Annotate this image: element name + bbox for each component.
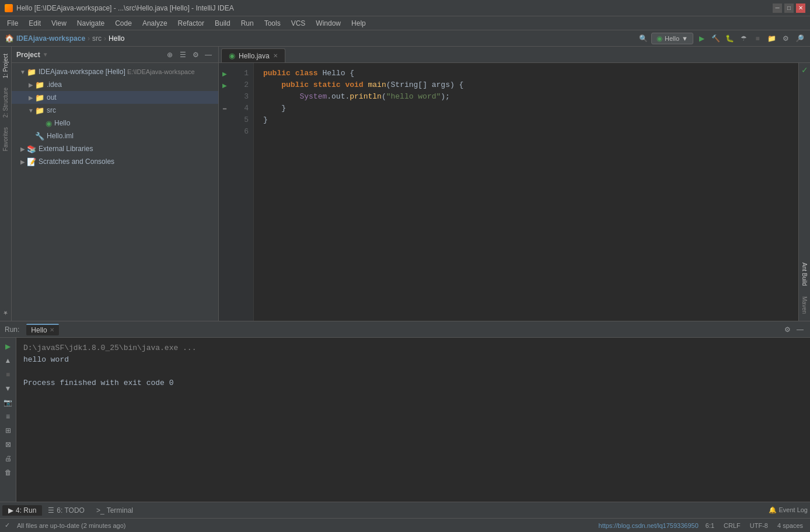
right-tab-ant[interactable]: Ant Build [799,258,809,290]
tree-item-src[interactable]: ▼ 📁 src [12,104,218,117]
collapse-all-button[interactable]: ☰ [177,50,188,60]
status-bar: ✓ All files are up-to-date (2 minutes ag… [0,518,810,532]
sidebar-vtab-project[interactable]: 1: Project [1,49,11,83]
window-controls[interactable]: ─ □ ✕ [773,4,805,13]
run-again-button[interactable]: ▶ [2,340,15,353]
coverage-button[interactable]: ☂ [738,33,749,44]
line-num-4: 4 [231,103,253,114]
tree-item-hello-java[interactable]: ▶ ◉ Hello [12,117,218,130]
tree-item-out[interactable]: ▶ 📁 out [12,91,218,104]
window-title: Hello [E:\IDEAjava-workspace] - ...\src\… [16,4,234,12]
gutter-cell-1[interactable]: ▶ [219,68,231,79]
run-console: ▶ ▲ ■ ▼ 📷 ≡ ⊞ ⊠ 🖨 🗑 D:\javaSF\jdk1.8.0_2… [0,338,810,502]
restore-layout-button[interactable]: ⊞ [2,424,15,437]
menu-view[interactable]: View [47,18,71,29]
run-configuration[interactable]: ◉ Hello ▼ [651,33,693,44]
hide-bottom-button[interactable]: — [795,324,805,335]
tree-label-workspace-path: E:\IDEAjava-workspace [127,68,195,75]
editor-tab-hello[interactable]: ◉ Hello.java ✕ [221,48,285,62]
scroll-down-button[interactable]: ▼ [2,382,15,395]
tree-arrow-idea: ▶ [27,82,35,88]
status-message: All files are up-to-date (2 minutes ago) [17,522,125,529]
encoding-indicator[interactable]: UTF-8 [748,522,770,529]
filter-button[interactable]: ⊠ [2,438,15,451]
footer-tab-run[interactable]: ▶ 4: Run [2,505,42,516]
menu-help[interactable]: Help [347,18,371,29]
settings-button[interactable]: ⚙ [780,33,791,44]
tree-item-idea[interactable]: ▶ 📁 .idea [12,78,218,91]
menu-analyze[interactable]: Analyze [138,18,172,29]
bottom-tab-close[interactable]: ✕ [50,327,54,333]
settings-tool-icon[interactable]: ⚙ [782,324,792,335]
tree-label-workspace: IDEAjava-workspace [Hello] [39,68,127,76]
search-everywhere-icon[interactable]: 🔍 [637,33,649,44]
line-ending-indicator[interactable]: CRLF [721,522,743,529]
tree-arrow-out: ▶ [27,94,35,101]
main-area: 1: Project 2: Structure Favorites ★ Proj… [0,47,810,321]
breadcrumb-src[interactable]: src [92,34,102,43]
sidebar-vtab-pin[interactable]: ★ [1,305,11,321]
run-config-arrow: ▼ [682,35,688,42]
hide-panel-button[interactable]: — [203,50,214,60]
console-output-blank [23,366,803,377]
clear-button[interactable]: 🗑 [2,466,15,479]
gear-icon[interactable]: ⚙ [190,50,201,60]
tree-arrow-workspace: ▼ [19,69,27,75]
console-output[interactable]: D:\javaSF\jdk1.8.0_25\bin\java.exe ... h… [16,338,810,502]
menu-run[interactable]: Run [236,18,259,29]
run-button[interactable]: ▶ [696,33,707,44]
bottom-tab-hello[interactable]: Hello ✕ [26,324,58,335]
locate-file-button[interactable]: ⊕ [165,50,175,60]
gutter-cell-4[interactable]: ━ [219,103,231,114]
menu-build[interactable]: Build [210,18,235,29]
tree-item-hello-iml[interactable]: ▶ 🔧 Hello.iml [12,130,218,142]
csdn-link[interactable]: https://blog.csdn.net/lq1759336950 [599,522,699,529]
checkmark-icon: ✓ [801,65,808,75]
indent-indicator[interactable]: 4 spaces [775,522,805,529]
code-content[interactable]: public class Hello { public static void … [254,63,798,321]
project-panel: Project ▼ ⊕ ☰ ⚙ — ▼ 📁 IDEAjava-workspace… [12,47,219,321]
line-col-indicator[interactable]: 6:1 [703,522,717,529]
build-button[interactable]: 🔨 [710,33,721,44]
line-col-value: 6:1 [706,522,714,529]
minimize-button[interactable]: ─ [773,4,782,13]
sidebar-vtab-favorites[interactable]: Favorites [1,123,11,156]
menu-edit[interactable]: Edit [24,18,46,29]
tree-item-scratches[interactable]: ▶ 📝 Scratches and Consoles [12,155,218,168]
debug-button[interactable]: 🐛 [724,33,735,44]
menu-tools[interactable]: Tools [260,18,285,29]
tree-label-out: out [47,93,57,102]
tree-item-extlib[interactable]: ▶ 📚 External Libraries [12,142,218,155]
gutter-cell-2[interactable]: ▶ [219,79,231,91]
console-exit-line: Process finished with exit code 0 [23,377,803,389]
menu-refactor[interactable]: Refactor [173,18,209,29]
footer-tab-terminal[interactable]: >_ Terminal [90,505,139,516]
wrap-output-button[interactable]: ≡ [2,410,15,423]
panel-dropdown-arrow[interactable]: ▼ [43,51,48,58]
status-left: ✓ All files are up-to-date (2 minutes ag… [5,522,125,529]
snapshot-button[interactable]: 📷 [2,396,15,409]
breadcrumb-workspace[interactable]: IDEAjava-workspace [16,34,85,43]
menu-file[interactable]: File [2,18,23,29]
tree-label-src: src [47,106,56,114]
event-log-button[interactable]: 🔔 Event Log [769,506,808,514]
tree-item-workspace[interactable]: ▼ 📁 IDEAjava-workspace [Hello] E:\IDEAja… [12,65,218,78]
sidebar-vtab-structure[interactable]: 2: Structure [1,83,11,123]
right-tab-maven[interactable]: Maven [799,292,809,318]
project-structure-button[interactable]: 📁 [766,33,777,44]
footer-tab-todo[interactable]: ☰ 6: TODO [42,505,90,516]
stop-button[interactable]: ■ [752,33,763,44]
search-button[interactable]: 🔎 [794,33,805,44]
maximize-button[interactable]: □ [784,4,794,13]
close-button[interactable]: ✕ [796,4,805,13]
breadcrumb-hello[interactable]: Hello [109,34,124,43]
tab-close-button[interactable]: ✕ [273,52,278,59]
menu-navigate[interactable]: Navigate [72,18,109,29]
line-num-5: 5 [231,114,253,126]
scroll-up-button[interactable]: ▲ [2,354,15,367]
stop-button[interactable]: ■ [2,368,15,381]
menu-code[interactable]: Code [110,18,137,29]
menu-vcs[interactable]: VCS [287,18,310,29]
print-button[interactable]: 🖨 [2,452,15,465]
menu-window[interactable]: Window [311,18,345,29]
